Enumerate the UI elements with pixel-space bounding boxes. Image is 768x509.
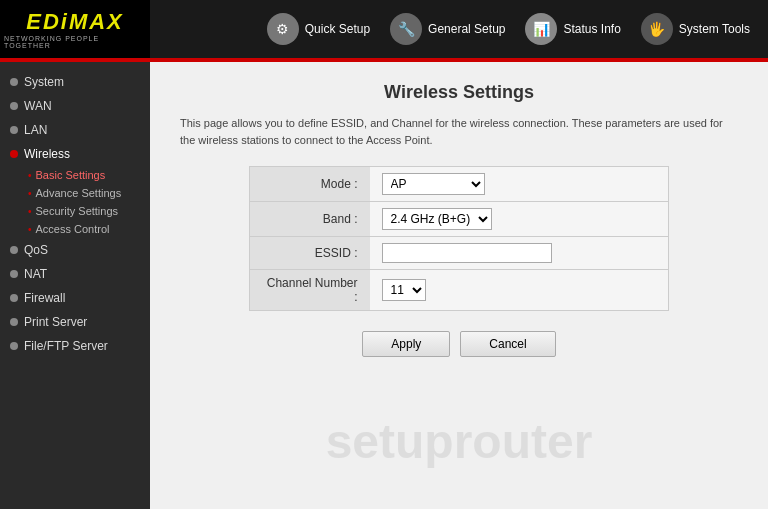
- nav-tabs: ⚙ Quick Setup 🔧 General Setup 📊 Status I…: [150, 0, 768, 58]
- wireless-form: Mode : AP Station AP+WDS Station+WDS Ban…: [249, 166, 669, 311]
- qos-bullet: [10, 246, 18, 254]
- channel-select[interactable]: 1234 5678 91011 1213: [382, 279, 426, 301]
- band-select[interactable]: 2.4 GHz (B+G) 2.4 GHz (B) 2.4 GHz (G) 5 …: [382, 208, 492, 230]
- firewall-bullet: [10, 294, 18, 302]
- status-info-icon: 📊: [525, 13, 557, 45]
- mode-row: Mode : AP Station AP+WDS Station+WDS: [250, 167, 669, 202]
- band-row: Band : 2.4 GHz (B+G) 2.4 GHz (B) 2.4 GHz…: [250, 202, 669, 237]
- button-row: Apply Cancel: [180, 331, 738, 357]
- basic-settings-label: Basic Settings: [36, 169, 106, 181]
- cancel-button[interactable]: Cancel: [460, 331, 555, 357]
- page-description: This page allows you to define ESSID, an…: [180, 115, 738, 148]
- print-server-bullet: [10, 318, 18, 326]
- tab-general-setup[interactable]: 🔧 General Setup: [382, 9, 513, 49]
- sidebar-item-nat[interactable]: NAT: [0, 262, 150, 286]
- mode-select[interactable]: AP Station AP+WDS Station+WDS: [382, 173, 485, 195]
- logo: EDiMAX NETWORKING PEOPLE TOGETHER: [0, 0, 150, 58]
- sidebar-item-wan[interactable]: WAN: [0, 94, 150, 118]
- access-control-label: Access Control: [36, 223, 110, 235]
- advance-settings-label: Advance Settings: [36, 187, 122, 199]
- channel-label: Channel Number :: [250, 270, 370, 311]
- channel-input-cell: 1234 5678 91011 1213: [370, 270, 669, 311]
- sidebar-item-file-ftp-server[interactable]: File/FTP Server: [0, 334, 150, 358]
- essid-row: ESSID :: [250, 237, 669, 270]
- tab-system-tools-label: System Tools: [679, 22, 750, 36]
- tab-quick-setup[interactable]: ⚙ Quick Setup: [259, 9, 378, 49]
- sidebar-item-firewall[interactable]: Firewall: [0, 286, 150, 310]
- sidebar-item-system-label: System: [24, 75, 64, 89]
- sidebar-item-qos-label: QoS: [24, 243, 48, 257]
- main-layout: System WAN LAN Wireless Basic Settings A…: [0, 62, 768, 509]
- page-title: Wireless Settings: [180, 82, 738, 103]
- sidebar-item-system[interactable]: System: [0, 70, 150, 94]
- content-area: Wireless Settings This page allows you t…: [150, 62, 768, 509]
- watermark: setuprouter: [326, 414, 593, 469]
- apply-button[interactable]: Apply: [362, 331, 450, 357]
- sidebar-item-wireless[interactable]: Wireless: [0, 142, 150, 166]
- wan-bullet: [10, 102, 18, 110]
- security-settings-label: Security Settings: [36, 205, 119, 217]
- channel-row: Channel Number : 1234 5678 91011 1213: [250, 270, 669, 311]
- tab-general-setup-label: General Setup: [428, 22, 505, 36]
- general-setup-icon: 🔧: [390, 13, 422, 45]
- lan-bullet: [10, 126, 18, 134]
- tab-system-tools[interactable]: 🖐 System Tools: [633, 9, 758, 49]
- sidebar-item-firewall-label: Firewall: [24, 291, 65, 305]
- essid-label: ESSID :: [250, 237, 370, 270]
- sidebar-item-wan-label: WAN: [24, 99, 52, 113]
- sidebar-item-print-server[interactable]: Print Server: [0, 310, 150, 334]
- mode-label: Mode :: [250, 167, 370, 202]
- nat-bullet: [10, 270, 18, 278]
- system-bullet: [10, 78, 18, 86]
- sidebar-subitem-basic-settings[interactable]: Basic Settings: [20, 166, 150, 184]
- logo-sub: NETWORKING PEOPLE TOGETHER: [4, 35, 146, 49]
- sidebar: System WAN LAN Wireless Basic Settings A…: [0, 62, 150, 509]
- sidebar-item-print-server-label: Print Server: [24, 315, 87, 329]
- sidebar-subitem-access-control[interactable]: Access Control: [20, 220, 150, 238]
- header: EDiMAX NETWORKING PEOPLE TOGETHER ⚙ Quic…: [0, 0, 768, 58]
- sidebar-item-lan[interactable]: LAN: [0, 118, 150, 142]
- band-input-cell: 2.4 GHz (B+G) 2.4 GHz (B) 2.4 GHz (G) 5 …: [370, 202, 669, 237]
- logo-text: EDiMAX: [26, 9, 124, 35]
- sidebar-subitem-security-settings[interactable]: Security Settings: [20, 202, 150, 220]
- sidebar-item-lan-label: LAN: [24, 123, 47, 137]
- sidebar-subitem-advance-settings[interactable]: Advance Settings: [20, 184, 150, 202]
- quick-setup-icon: ⚙: [267, 13, 299, 45]
- system-tools-icon: 🖐: [641, 13, 673, 45]
- wireless-submenu: Basic Settings Advance Settings Security…: [0, 166, 150, 238]
- band-label: Band :: [250, 202, 370, 237]
- mode-input-cell: AP Station AP+WDS Station+WDS: [370, 167, 669, 202]
- tab-quick-setup-label: Quick Setup: [305, 22, 370, 36]
- sidebar-item-file-ftp-label: File/FTP Server: [24, 339, 108, 353]
- wireless-bullet: [10, 150, 18, 158]
- sidebar-item-wireless-label: Wireless: [24, 147, 70, 161]
- file-ftp-bullet: [10, 342, 18, 350]
- sidebar-item-qos[interactable]: QoS: [0, 238, 150, 262]
- essid-input[interactable]: [382, 243, 552, 263]
- sidebar-item-nat-label: NAT: [24, 267, 47, 281]
- tab-status-info[interactable]: 📊 Status Info: [517, 9, 628, 49]
- tab-status-info-label: Status Info: [563, 22, 620, 36]
- essid-input-cell: [370, 237, 669, 270]
